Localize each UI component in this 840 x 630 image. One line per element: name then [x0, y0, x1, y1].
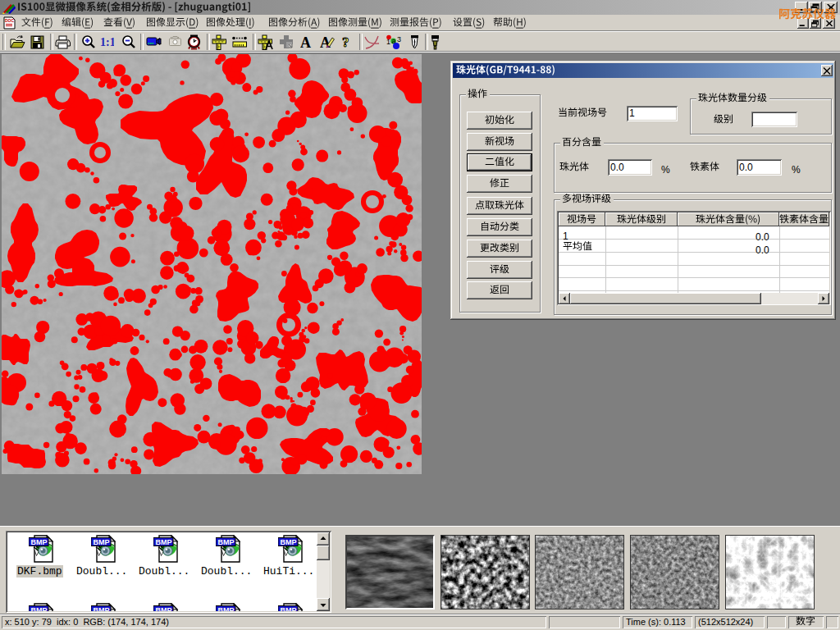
- svg-text:1: 1: [386, 38, 390, 46]
- svg-text:BMP: BMP: [281, 606, 297, 611]
- svg-text:3: 3: [397, 35, 401, 43]
- svg-text:A: A: [300, 34, 311, 50]
- svg-text:BMP: BMP: [94, 606, 110, 611]
- svg-text:BMP: BMP: [156, 606, 172, 611]
- svg-text:?: ?: [342, 34, 349, 50]
- svg-text:BMP: BMP: [218, 606, 235, 611]
- svg-text:1:1: 1:1: [100, 36, 114, 48]
- svg-text:BMP: BMP: [31, 606, 48, 611]
- svg-text:DOC: DOC: [5, 18, 15, 23]
